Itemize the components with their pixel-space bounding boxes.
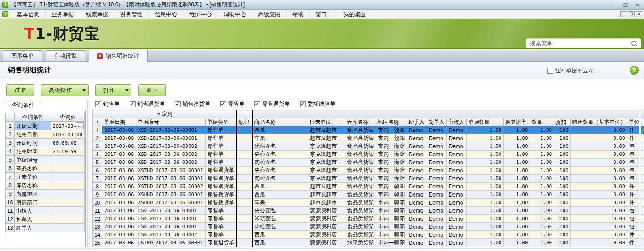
grid-cell[interactable]: 2017-03-06 [102, 175, 136, 183]
menu-item[interactable]: 辅助中心 [218, 10, 252, 19]
grid-cell[interactable]: 1.00 [504, 175, 530, 183]
query-condition-cell[interactable]: 库房名称 [15, 181, 51, 190]
grid-cell[interactable]: Demo [407, 167, 427, 175]
grid-row[interactable]: 152017-03-06LSTHD-2017-03-06-00001零售退货单西… [93, 239, 644, 247]
query-condition-cell[interactable]: 单据编号 [15, 156, 51, 164]
grid-cell[interactable]: 超市发超市 [308, 183, 345, 191]
grid-cell[interactable]: XSD-2017-03-06-00002 [136, 142, 206, 151]
query-value-cell[interactable] [51, 215, 85, 224]
row-number[interactable]: 9 [93, 191, 102, 199]
grid-cell[interactable]: 食品类货架 [345, 175, 376, 183]
grid-cell[interactable] [237, 159, 252, 167]
grid-cell[interactable]: 1.00 [467, 231, 504, 239]
grid-cell[interactable]: Demo [447, 207, 467, 215]
grid-cell[interactable]: 夹心面包 [252, 151, 308, 159]
grid-cell[interactable]: 2017-03-06 [102, 207, 136, 215]
row-number[interactable]: 12 [6, 215, 15, 224]
grid-cell[interactable]: 市内一朝阳 [376, 215, 407, 223]
grid-cell[interactable]: 苹果 [252, 199, 308, 207]
grid-cell[interactable]: 1.00 [467, 191, 504, 199]
grid-cell[interactable]: Demo [407, 175, 427, 183]
close-icon[interactable]: ✕ [636, 2, 640, 8]
grid-cell[interactable]: 2017-03-06 [102, 191, 136, 199]
grid-cell[interactable]: 超市发超市 [308, 191, 345, 199]
grid-cell[interactable]: 1.00 [504, 199, 530, 207]
grid-cell[interactable]: -1.00 [467, 167, 504, 175]
grid-cell[interactable]: -1.00 [530, 175, 554, 183]
grid-row[interactable]: 12017-03-06XSD-2017-03-06-00001销售单西瓜超市发超… [93, 126, 644, 134]
grid-cell[interactable]: 食品类货架 [345, 159, 376, 167]
row-number[interactable]: 13 [6, 224, 15, 232]
grid-cell[interactable]: 市内一海淀 [376, 142, 407, 151]
grid-cell[interactable]: Demo [447, 199, 467, 207]
grid-cell[interactable]: 1.00 [467, 215, 504, 223]
grid-cell[interactable]: 销售单 [206, 151, 237, 159]
grid-cell[interactable]: Demo [427, 183, 447, 191]
row-number[interactable]: 6 [93, 167, 102, 175]
panel-splitter[interactable] [87, 100, 90, 247]
menu-item[interactable]: 信息中心 [149, 10, 183, 19]
query-condition-cell[interactable]: 所属地区 [15, 190, 51, 198]
grid-cell[interactable]: 1.00 [467, 151, 504, 159]
grid-cell[interactable]: Demo [407, 207, 427, 215]
grid-cell[interactable]: 0.00 [570, 151, 627, 159]
grid-cell[interactable]: 西瓜 [252, 239, 308, 247]
row-number[interactable]: 1 [6, 122, 15, 130]
grid-cell[interactable]: -1.00 [530, 183, 554, 191]
grid-cell[interactable]: LSD-2017-03-06-00001 [136, 207, 206, 215]
grid-cell[interactable]: 肉松面包 [252, 175, 308, 183]
grid-cell[interactable] [237, 191, 252, 199]
grid-cell[interactable]: 件 [627, 239, 644, 247]
grid-cell[interactable]: 1.00 [504, 183, 530, 191]
column-header[interactable]: 标记 [237, 118, 252, 126]
grid-cell[interactable]: 1.00 [530, 159, 554, 167]
query-condition-cell[interactable]: 制单人 [15, 215, 51, 224]
query-condition-cell[interactable]: 开始时间 [15, 139, 51, 147]
grid-cell[interactable] [237, 207, 252, 215]
grid-cell[interactable]: Demo [427, 134, 447, 142]
grid-cell[interactable]: Demo [447, 215, 467, 223]
grid-cell[interactable]: 2017-03-06 [102, 159, 136, 167]
grid-cell[interactable]: 100 [554, 199, 570, 207]
query-condition-cell[interactable]: 商品名称 [15, 164, 51, 173]
grid-cell[interactable]: 2017-03-06 [102, 199, 136, 207]
grid-cell[interactable]: 食品类货架 [345, 191, 376, 199]
grid-cell[interactable]: Demo [407, 183, 427, 191]
grid-row[interactable]: 62017-03-06XSTHD-2017-03-06-00001销售退货单夹心… [93, 167, 644, 175]
vertical-scrollbar[interactable] [639, 110, 641, 239]
grid-cell[interactable]: 销售单 [206, 134, 237, 142]
grid-cell[interactable]: Demo [427, 215, 447, 223]
grid-cell[interactable]: Demo [427, 239, 447, 247]
query-value-cell[interactable] [51, 224, 85, 232]
row-number[interactable]: 5 [93, 159, 102, 167]
grid-cell[interactable]: 0.00 [570, 215, 627, 223]
grid-cell[interactable]: 西瓜 [252, 231, 308, 239]
grid-cell[interactable]: 2017-03-06 [102, 126, 136, 134]
grid-cell[interactable]: 京克隆超市 [308, 151, 345, 159]
grid-cell[interactable]: XSHHD-2017-03-06-00001 [136, 199, 206, 207]
grid-cell[interactable]: 100 [554, 134, 570, 142]
search-icon[interactable] [631, 40, 638, 47]
grid-cell[interactable]: 1.00 [467, 126, 504, 134]
query-value-cell[interactable] [51, 207, 85, 215]
grid-cell[interactable]: 市内一海淀 [376, 159, 407, 167]
menu-item[interactable]: 我的桌面 [338, 10, 372, 19]
doc-type-checkbox[interactable]: 委托结算单 [300, 100, 336, 108]
row-number[interactable]: 3 [93, 142, 102, 151]
grid-cell[interactable] [237, 151, 252, 159]
grid-cell[interactable]: Demo [447, 223, 467, 231]
grid-row[interactable]: 122017-03-06LSD-2017-03-06-00001零售单米琪面包蒙… [93, 215, 644, 223]
grid-cell[interactable]: 1.00 [530, 134, 554, 142]
grid-cell[interactable]: Demo [407, 191, 427, 199]
grid-cell[interactable]: 100 [554, 126, 570, 134]
grid-cell[interactable]: Demo [447, 175, 467, 183]
grid-cell[interactable]: Demo [427, 231, 447, 239]
grid-cell[interactable]: XSD-2017-03-06-00002 [136, 159, 206, 167]
grid-row[interactable]: 102017-03-06XSHHD-2017-03-06-00001销售换货单苹… [93, 199, 644, 207]
grid-cell[interactable]: 食品类货架 [345, 199, 376, 207]
grid-cell[interactable]: 100 [554, 223, 570, 231]
grid-cell[interactable]: 1.00 [504, 159, 530, 167]
doc-type-checkbox[interactable]: 零售退货单 [254, 100, 290, 108]
grid-cell[interactable]: 市内一朝阳 [376, 126, 407, 134]
grid-row[interactable]: 42017-03-06XSD-2017-03-06-00002销售单夹心面包京克… [93, 151, 644, 159]
